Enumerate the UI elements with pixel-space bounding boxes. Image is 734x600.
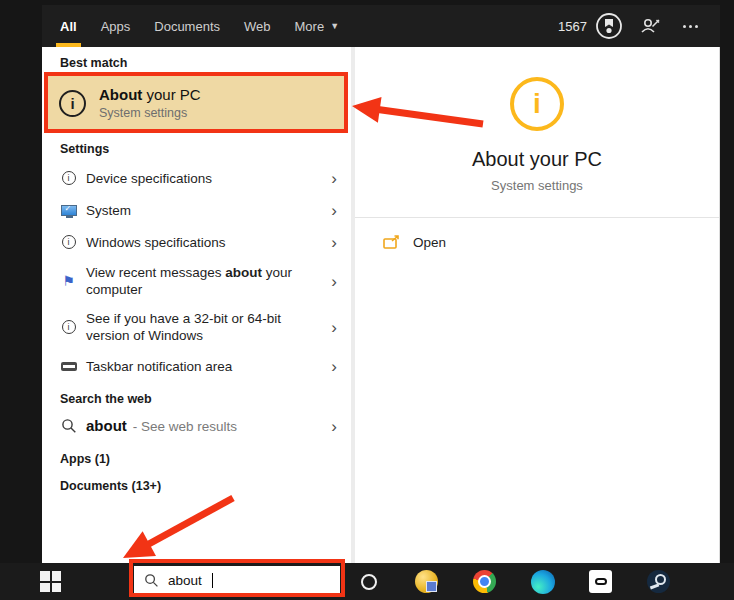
oculus-button[interactable] (582, 563, 619, 600)
chevron-right-icon: › (331, 202, 337, 219)
taskbar-app-icons (350, 563, 677, 600)
result-system[interactable]: System › (42, 194, 351, 226)
chevron-right-icon: › (331, 358, 337, 375)
tab-all[interactable]: All (60, 5, 77, 47)
open-launch-icon (383, 235, 400, 250)
preview-divider (355, 217, 719, 218)
chevron-down-icon: ▼ (330, 21, 339, 31)
chrome-icon (473, 570, 496, 593)
result-32-or-64-bit[interactable]: See if you have a 32-bit or 64-bit versi… (42, 304, 351, 350)
tab-documents[interactable]: Documents (154, 5, 220, 47)
result-device-specifications[interactable]: Device specifications › (42, 162, 351, 194)
result-label: See if you have a 32-bit or 64-bit versi… (86, 310, 304, 344)
result-label: Windows specifications (86, 234, 304, 251)
info-icon (59, 90, 86, 117)
result-label: Taskbar notification area (86, 358, 304, 375)
gold-ball-floppy-icon (415, 570, 438, 593)
settings-results-list: Device specifications › System › Windows… (42, 162, 351, 382)
info-icon (62, 171, 76, 185)
text-caret (212, 573, 213, 588)
chevron-right-icon: › (331, 234, 337, 251)
steam-icon (647, 570, 670, 593)
results-column: Best match About your PC System settings… (42, 47, 351, 563)
edge-icon (531, 570, 555, 594)
steam-button[interactable] (640, 563, 677, 600)
result-windows-specifications[interactable]: Windows specifications › (42, 226, 351, 258)
ellipsis-menu-icon[interactable] (679, 21, 702, 32)
tab-apps[interactable]: Apps (101, 5, 131, 47)
result-label: View recent messages about your computer (86, 264, 304, 298)
search-filter-bar: All Apps Documents Web More ▼ 1567 (42, 5, 720, 47)
info-icon (62, 235, 76, 249)
best-match-title: About your PC (99, 86, 201, 103)
open-label: Open (413, 235, 446, 250)
chevron-right-icon: › (331, 319, 337, 336)
result-label: Device specifications (86, 170, 304, 187)
filter-tabs: All Apps Documents Web More ▼ (60, 5, 339, 47)
rewards-trophy-icon (595, 12, 623, 40)
taskbar-search-value: about (168, 573, 202, 588)
taskbar: about (0, 563, 734, 600)
chevron-right-icon: › (331, 170, 337, 187)
chevron-right-icon: › (331, 418, 337, 435)
start-button-windows-icon[interactable] (40, 571, 61, 592)
preview-hero: About your PC System settings (355, 47, 719, 218)
chrome-button[interactable] (466, 563, 503, 600)
system-monitor-icon (61, 205, 77, 216)
tab-more-label: More (295, 19, 325, 34)
tab-more[interactable]: More ▼ (295, 5, 340, 47)
settings-section-header: Settings (42, 142, 351, 156)
cortana-icon (361, 574, 377, 590)
open-action[interactable]: Open (355, 218, 719, 254)
apps-section-header: Apps (1) (42, 452, 351, 466)
result-taskbar-notification-area[interactable]: Taskbar notification area › (42, 350, 351, 382)
oculus-icon (589, 570, 612, 593)
preview-panel: About your PC System settings Open (355, 47, 720, 563)
windows-search-flyout-screen: All Apps Documents Web More ▼ 1567 (0, 0, 734, 600)
rewards-badge[interactable]: 1567 (558, 12, 623, 40)
result-web-search-about[interactable]: about- See web results › (42, 410, 351, 442)
cortana-button[interactable] (350, 563, 387, 600)
preview-title: About your PC (472, 148, 602, 171)
preview-subtitle: System settings (491, 178, 583, 193)
info-icon (62, 320, 76, 334)
search-icon (144, 573, 159, 588)
info-icon-large (510, 77, 564, 131)
rewards-count: 1567 (558, 19, 587, 34)
edge-button[interactable] (524, 563, 561, 600)
chevron-right-icon: › (331, 273, 337, 290)
result-label: about- See web results (86, 417, 304, 435)
search-the-web-header: Search the web (42, 392, 351, 406)
best-match-header: Best match (42, 47, 351, 70)
result-view-recent-messages[interactable]: ⚑ View recent messages about your comput… (42, 258, 351, 304)
taskbar-search-box[interactable]: about (134, 566, 340, 595)
taskbar-icon (61, 362, 77, 371)
best-match-result-about-your-pc[interactable]: About your PC System settings (47, 76, 347, 130)
search-results-panel: Best match About your PC System settings… (42, 47, 720, 563)
header-actions: 1567 (558, 12, 702, 40)
flag-icon: ⚑ (62, 274, 75, 288)
best-match-subtitle: System settings (99, 106, 201, 120)
search-icon (61, 418, 77, 434)
documents-section-header: Documents (13+) (42, 479, 351, 493)
tab-web[interactable]: Web (244, 5, 271, 47)
feedback-person-icon[interactable] (640, 16, 662, 36)
best-match-text: About your PC System settings (99, 86, 201, 120)
save-tool-button[interactable] (408, 563, 445, 600)
result-label: System (86, 202, 304, 219)
